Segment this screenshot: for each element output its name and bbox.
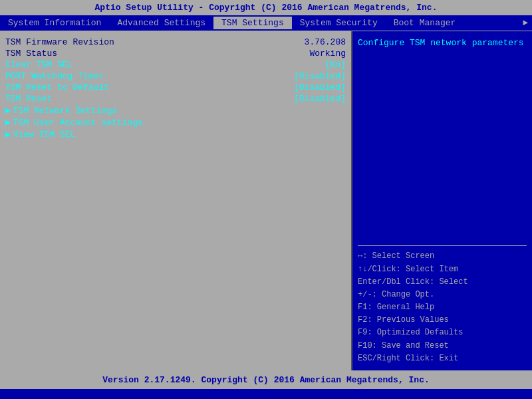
setting-label: TSM Reset to Default <box>5 82 109 92</box>
setting-row[interactable]: TSM Reset[Disabled] <box>3 93 348 104</box>
nav-arrow-icon: ▶ <box>5 117 11 128</box>
nav-row[interactable]: ▶TSM Network Settings <box>3 104 348 116</box>
setting-value: [No] <box>325 60 346 70</box>
nav-row[interactable]: ▶View TSM SEL <box>3 128 348 140</box>
setting-value: [Disabled] <box>294 94 346 104</box>
setting-label: TSM Firmware Revision <box>5 37 114 47</box>
nav-arrow-icon: ▶ <box>5 129 11 140</box>
menu-item-system-information[interactable]: System Information <box>0 17 109 29</box>
key-help-line: F9: Optimized Defaults <box>358 327 527 339</box>
setting-row[interactable]: TSM Firmware Revision3.76.208 <box>3 37 348 48</box>
menu-item-system-security[interactable]: System Security <box>292 17 386 29</box>
title-bar: Aptio Setup Utility - Copyright (C) 2016… <box>0 0 532 15</box>
key-help-line: +/-: Change Opt. <box>358 289 527 301</box>
setting-row[interactable]: POST Watchdog Timer[Disabled] <box>3 70 348 82</box>
nav-label: TSM Network Settings <box>13 106 117 116</box>
setting-label: TSM Status <box>5 49 57 59</box>
help-text: Configure TSM network parameters <box>358 37 527 50</box>
menu-item-advanced-settings[interactable]: Advanced Settings <box>109 17 213 29</box>
footer-text: Version 2.17.1249. Copyright (C) 2016 Am… <box>102 375 429 385</box>
setting-value: [Disabled] <box>294 82 346 92</box>
nav-row[interactable]: ▶TSM User Account settings <box>3 116 348 128</box>
title-text: Aptio Setup Utility - Copyright (C) 2016… <box>95 3 438 13</box>
setting-value: 3.76.208 <box>305 37 346 47</box>
key-help-line: ↑↓/Click: Select Item <box>358 263 527 276</box>
menu-item-boot-manager[interactable]: Boot Manager <box>386 17 464 29</box>
nav-label: TSM User Account settings <box>13 118 143 128</box>
nav-arrow-icon: ▶ <box>5 105 11 116</box>
setting-label: POST Watchdog Timer <box>5 71 104 81</box>
menu-bar: System Information Advanced Settings TSM… <box>0 15 532 31</box>
setting-label: Clear TSM SEL <box>5 60 72 70</box>
setting-value: [Disabled] <box>294 71 346 81</box>
setting-row[interactable]: Clear TSM SEL[No] <box>3 59 348 70</box>
setting-value: Working <box>309 49 346 59</box>
menu-right-arrow: ► <box>523 18 532 28</box>
footer: Version 2.17.1249. Copyright (C) 2016 Am… <box>0 370 532 389</box>
key-help-line: F1: General Help <box>358 301 527 314</box>
right-panel: Configure TSM network parameters ↔: Sele… <box>352 31 532 370</box>
key-help-line: Enter/Dbl Click: Select <box>358 276 527 289</box>
key-help-line: F10: Save and Reset <box>358 340 527 352</box>
setting-label: TSM Reset <box>5 94 52 104</box>
key-help-line: ESC/Right Click: Exit <box>358 352 527 365</box>
menu-item-tsm-settings[interactable]: TSM Settings <box>213 17 292 29</box>
main-content: TSM Firmware Revision3.76.208TSM StatusW… <box>0 31 532 370</box>
left-panel: TSM Firmware Revision3.76.208TSM StatusW… <box>0 31 352 370</box>
key-help-line: ↔: Select Screen <box>358 250 527 263</box>
key-help: ↔: Select Screen↑↓/Click: Select ItemEnt… <box>358 245 527 365</box>
key-help-line: F2: Previous Values <box>358 314 527 327</box>
setting-row[interactable]: TSM StatusWorking <box>3 48 348 59</box>
nav-label: View TSM SEL <box>13 130 76 140</box>
setting-row[interactable]: TSM Reset to Default[Disabled] <box>3 82 348 93</box>
